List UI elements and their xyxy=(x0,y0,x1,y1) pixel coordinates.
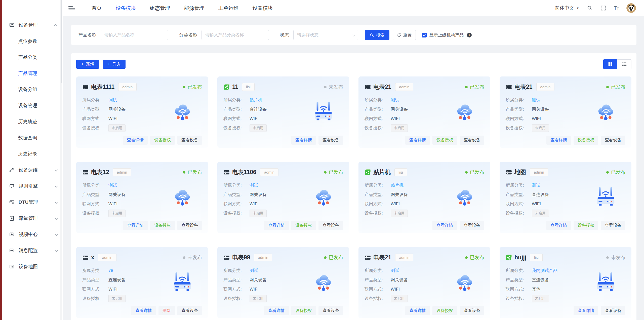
product-category-link[interactable]: 测试 xyxy=(391,97,399,103)
sidebar-subitem-device-management-sub[interactable]: 设备管理 xyxy=(2,98,63,114)
detail-button[interactable]: 查看详情 xyxy=(546,136,571,145)
view-button[interactable]: 查看设备 xyxy=(318,136,343,145)
sidebar-scrollbar[interactable] xyxy=(60,0,62,320)
sidebar-item-device-map[interactable]: 设备地图 xyxy=(2,259,63,275)
category-field-label: 所属分类: xyxy=(365,97,388,103)
authorize-button[interactable]: 设备授权 xyxy=(150,221,175,230)
sidebar-subitem-data-query[interactable]: 数据查询 xyxy=(2,130,63,146)
detail-button[interactable]: 查看详情 xyxy=(131,306,156,315)
sidebar-subitem-point-params[interactable]: 点位参数 xyxy=(2,33,63,49)
sidebar-item-device-management[interactable]: 设备管理 xyxy=(2,17,63,33)
topnav-item-3[interactable]: 能源管理 xyxy=(184,5,204,12)
sidebar-subitem-device-group[interactable]: 设备分组 xyxy=(2,82,63,98)
authorize-button[interactable]: 设备授权 xyxy=(432,306,457,315)
sidebar-item-label: 设备运维 xyxy=(19,167,38,173)
detail-button[interactable]: 查看详情 xyxy=(432,221,457,230)
view-button[interactable]: 查看设备 xyxy=(177,136,202,145)
sidebar-item-device-ops[interactable]: 设备运维 xyxy=(2,162,63,178)
view-button[interactable]: 查看设备 xyxy=(460,221,484,230)
sidebar-subitem-product-management[interactable]: 产品管理 xyxy=(2,65,63,82)
status-select[interactable]: 请选择状态 xyxy=(293,30,358,40)
import-button[interactable]: + 导入 xyxy=(103,60,126,69)
sidebar-subitem-history-track[interactable]: 历史轨迹 xyxy=(2,114,63,130)
sidebar-item-dtu-management[interactable]: DTU管理 xyxy=(2,194,63,210)
product-network-value: WIFI xyxy=(250,202,259,207)
detail-button[interactable]: 查看详情 xyxy=(291,136,316,145)
avatar[interactable] xyxy=(626,3,636,13)
view-button[interactable]: 查看设备 xyxy=(318,306,343,315)
product-status: 已发布 xyxy=(183,84,202,90)
detail-button[interactable]: 查看详情 xyxy=(123,136,148,145)
sidebar-subitem-history-record[interactable]: 历史记录 xyxy=(2,146,63,162)
topnav-item-0[interactable]: 首页 xyxy=(92,5,102,12)
authorize-button[interactable]: 设备授权 xyxy=(574,136,598,145)
sidebar-item-video-center[interactable]: 视频中心 xyxy=(2,226,63,243)
sidebar-collapse-icon[interactable] xyxy=(68,5,75,11)
detail-button[interactable]: 查看详情 xyxy=(546,221,571,230)
view-button[interactable]: 查看设备 xyxy=(318,221,343,230)
search-button[interactable]: 搜索 xyxy=(365,30,389,40)
product-category-link[interactable]: 测试 xyxy=(108,182,117,188)
product-category-link[interactable]: 测试 xyxy=(532,182,540,188)
detail-button[interactable]: 查看详情 xyxy=(264,306,289,315)
product-type-value: 直连设备 xyxy=(108,277,126,283)
detail-button[interactable]: 查看详情 xyxy=(405,136,430,145)
topnav-item-1[interactable]: 设备模块 xyxy=(116,5,136,12)
sidebar-item-label: 规则引擎 xyxy=(19,183,38,189)
network-field-label: 联网方式: xyxy=(365,201,388,207)
view-button[interactable]: 查看设备 xyxy=(601,306,625,315)
detail-button[interactable]: 查看详情 xyxy=(574,306,598,315)
reset-button[interactable]: 重置 xyxy=(393,30,416,40)
view-button[interactable]: 查看设备 xyxy=(601,136,625,145)
add-button[interactable]: + 新增 xyxy=(76,60,99,69)
view-button[interactable]: 查看设备 xyxy=(460,136,484,145)
view-button[interactable]: 查看设备 xyxy=(177,221,202,230)
language-selector[interactable]: 简体中文 ▼ xyxy=(555,5,579,11)
category-name-input[interactable] xyxy=(202,30,269,40)
authorize-button[interactable]: 设备授权 xyxy=(432,136,457,145)
topnav-item-2[interactable]: 组态管理 xyxy=(150,5,170,12)
authorize-button[interactable]: 设备授权 xyxy=(291,306,316,315)
product-category-link[interactable]: 贴片机 xyxy=(250,97,262,103)
authorize-button[interactable]: 设备授权 xyxy=(150,136,175,145)
product-category-link[interactable]: 测试 xyxy=(250,268,258,273)
product-network-value: WIFI xyxy=(250,116,259,121)
sidebar-subitem-product-category[interactable]: 产品分类 xyxy=(2,49,63,65)
search-icon[interactable] xyxy=(587,5,593,11)
fullscreen-icon[interactable] xyxy=(600,5,606,11)
authorize-button[interactable]: 设备授权 xyxy=(291,221,316,230)
authorize-button[interactable]: 设备授权 xyxy=(574,221,598,230)
product-category-link[interactable]: 我的测试产品 xyxy=(532,268,557,273)
grid-view-button[interactable] xyxy=(603,59,617,69)
font-size-icon[interactable]: TT xyxy=(614,5,619,11)
detail-button[interactable]: 查看详情 xyxy=(123,221,148,230)
topnav-item-5[interactable]: 设置模块 xyxy=(253,5,273,12)
product-category-link[interactable]: 测试 xyxy=(108,97,117,103)
sidebar-item-message-config[interactable]: 消息配置 xyxy=(2,243,63,259)
list-view-button[interactable] xyxy=(617,59,631,69)
product-actions: 查看详情查看设备 xyxy=(291,136,343,145)
product-category-link[interactable]: 测试 xyxy=(532,97,540,103)
product-category-link[interactable]: 测试 xyxy=(391,268,399,273)
product-category-link[interactable]: 测试 xyxy=(250,182,258,188)
chevron-down-icon xyxy=(352,33,355,36)
view-button[interactable]: 查看设备 xyxy=(601,221,625,230)
app-window: 设备管理 点位参数 产品分类 产品管理 设备分组 设备管理 历史轨迹 数据查询 … xyxy=(0,0,644,320)
detail-button[interactable]: 查看详情 xyxy=(405,306,430,315)
gateway-device-image xyxy=(171,185,193,208)
main-area: 首页设备模块组态管理能源管理工单运维设置模块 简体中文 ▼ TT xyxy=(63,0,644,320)
info-icon[interactable]: i xyxy=(467,33,472,37)
product-category-link[interactable]: 贴片机 xyxy=(391,182,404,188)
view-button[interactable]: 查看设备 xyxy=(177,306,202,315)
sidebar-item-traffic-management[interactable]: 流量管理 xyxy=(2,210,63,226)
product-category-link[interactable]: 78 xyxy=(108,268,113,273)
network-field-label: 联网方式: xyxy=(223,286,247,292)
product-name-input[interactable] xyxy=(101,30,168,40)
sidebar-item-rule-engine[interactable]: 规则引擎 xyxy=(2,178,63,194)
detail-button[interactable]: 查看详情 xyxy=(264,221,289,230)
sidebar-item-label: 视频中心 xyxy=(19,231,38,238)
delete-button[interactable]: 删除 xyxy=(158,306,175,315)
show-parent-org-checkbox[interactable] xyxy=(422,33,427,37)
topnav-item-4[interactable]: 工单运维 xyxy=(218,5,238,12)
view-button[interactable]: 查看设备 xyxy=(460,306,484,315)
